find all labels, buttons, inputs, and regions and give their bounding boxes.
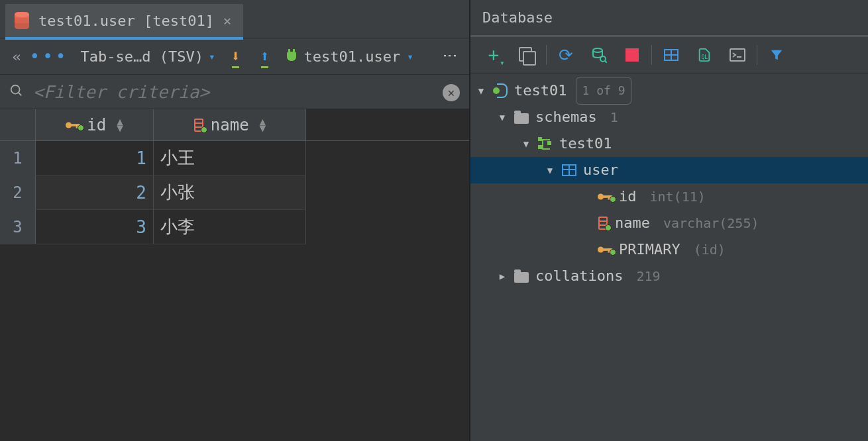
column-icon (193, 119, 204, 132)
svg-rect-13 (730, 49, 745, 61)
separator (546, 45, 547, 65)
tree-column[interactable]: name varchar(255) (470, 210, 868, 236)
svg-rect-6 (195, 119, 203, 131)
column-header-label: name (211, 116, 249, 134)
svg-rect-16 (608, 195, 610, 199)
table-icon (562, 164, 576, 176)
export-format-label: Tab-se…d (TSV) (80, 48, 203, 65)
tree-schemas[interactable]: schemas 1 (470, 104, 868, 130)
svg-rect-5 (78, 124, 80, 127)
schema-label: test01 (559, 130, 612, 157)
download-button[interactable]: ⬇ (227, 47, 244, 66)
chevron-down-icon: ▾ (209, 50, 215, 63)
column-type: int(11) (650, 183, 706, 210)
primary-key-icon (598, 192, 612, 201)
filter-button[interactable] (760, 37, 793, 73)
column-header-label: id (87, 116, 106, 134)
tree-schema[interactable]: test01 (470, 130, 868, 157)
filter-input[interactable]: <Filter criteria> (33, 82, 433, 102)
tree-column[interactable]: id int(11) (470, 183, 868, 210)
chevron-down-icon: ▾ (407, 50, 413, 63)
data-grid: id ▲▼ name ▲▼ 1 1 小王 2 2 小张 (0, 109, 469, 441)
refresh-button[interactable]: ⟳ (549, 37, 582, 73)
svg-line-1 (19, 92, 22, 95)
svg-rect-24 (610, 248, 612, 252)
tree-table[interactable]: user (470, 157, 868, 183)
table-name-label: test01.user (304, 48, 401, 65)
cell-id[interactable]: 3 (36, 210, 154, 244)
svg-rect-4 (76, 124, 78, 128)
editor-tab[interactable]: test01.user [test01] ✕ (5, 4, 243, 38)
database-tree: test01 1 of 9 schemas 1 test01 user (470, 74, 868, 441)
column-header-id[interactable]: id ▲▼ (36, 109, 154, 140)
datasource-icon (493, 83, 508, 98)
folder-icon (514, 113, 529, 124)
primary-cols: (id) (694, 236, 726, 263)
plug-icon (286, 49, 298, 64)
svg-point-9 (593, 48, 602, 52)
svg-rect-18 (599, 217, 607, 229)
expand-toggle-icon[interactable] (521, 130, 531, 157)
table-row[interactable]: 1 1 小王 (0, 141, 469, 175)
datasource-label: test01 (514, 77, 567, 104)
stop-button[interactable] (616, 37, 649, 73)
add-button[interactable]: +▾ (477, 37, 510, 73)
duplicate-button[interactable] (510, 37, 543, 73)
column-label: name (615, 210, 650, 236)
expand-toggle-icon[interactable] (497, 263, 508, 289)
cell-name[interactable]: 小李 (154, 210, 306, 244)
refresh-icon: ⟳ (559, 45, 573, 65)
export-format-dropdown[interactable]: Tab-se…d (TSV) ▾ (80, 48, 215, 65)
datasource-badge: 1 of 9 (576, 77, 631, 105)
svg-rect-17 (610, 195, 612, 199)
kebab-menu-icon[interactable]: ⋮ (442, 48, 459, 64)
search-icon[interactable] (9, 82, 24, 102)
sort-icon: ▲▼ (117, 119, 123, 132)
svg-rect-23 (608, 248, 610, 252)
column-icon (598, 217, 608, 230)
expand-toggle-icon[interactable] (545, 157, 555, 183)
nav-back-icon[interactable]: ‹‹ (11, 48, 18, 65)
row-number: 3 (0, 210, 36, 244)
folder-icon (514, 272, 529, 283)
database-panel-title: Database (470, 0, 868, 37)
separator (757, 45, 757, 65)
schemas-count: 1 (610, 104, 618, 130)
rownum-header (0, 109, 36, 140)
table-row[interactable]: 3 3 小李 (0, 210, 469, 244)
svg-point-0 (11, 85, 20, 93)
upload-button[interactable]: ⬆ (256, 47, 274, 66)
separator (651, 45, 652, 65)
datasource-props-button[interactable] (582, 37, 616, 73)
column-header-name[interactable]: name ▲▼ (154, 109, 306, 140)
table-label: user (583, 157, 618, 183)
close-tab-icon[interactable]: ✕ (223, 13, 231, 28)
database-icon (15, 12, 29, 29)
query-console-button[interactable]: QL (688, 37, 721, 73)
console-button[interactable] (721, 37, 754, 73)
tree-datasource[interactable]: test01 1 of 9 (470, 77, 868, 104)
clear-filter-icon[interactable]: ✕ (443, 82, 460, 101)
svg-line-11 (605, 61, 607, 63)
sort-icon: ▲▼ (260, 119, 266, 132)
table-row[interactable]: 2 2 小张 (0, 175, 469, 210)
table-icon (664, 49, 678, 61)
grid-header: id ▲▼ name ▲▼ (0, 109, 469, 141)
table-view-button[interactable] (655, 37, 688, 73)
cell-name[interactable]: 小王 (154, 141, 306, 175)
editor-toolbar: ‹‹ ••• Tab-se…d (TSV) ▾ ⬇ ⬆ test01.user … (0, 38, 469, 75)
svg-point-10 (600, 56, 606, 62)
tree-primary-key[interactable]: PRIMARY (id) (470, 236, 868, 263)
cell-name[interactable]: 小张 (154, 175, 306, 210)
cell-id[interactable]: 2 (36, 175, 154, 210)
editor-tabbar: test01.user [test01] ✕ (0, 0, 469, 38)
expand-toggle-icon[interactable] (497, 104, 508, 130)
schemas-label: schemas (535, 104, 597, 130)
primary-key-icon (66, 121, 80, 130)
cell-id[interactable]: 1 (36, 141, 154, 175)
expand-toggle-icon[interactable] (476, 77, 486, 104)
copy-icon (519, 47, 535, 63)
tree-collations[interactable]: collations 219 (470, 263, 868, 289)
table-selector[interactable]: test01.user ▾ (286, 48, 413, 65)
row-number: 2 (0, 175, 36, 210)
